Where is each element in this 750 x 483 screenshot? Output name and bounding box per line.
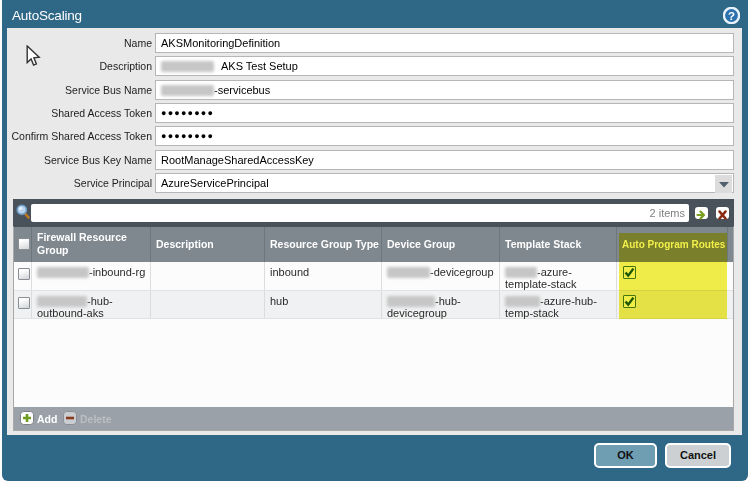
svg-text:?: ? <box>728 10 735 22</box>
